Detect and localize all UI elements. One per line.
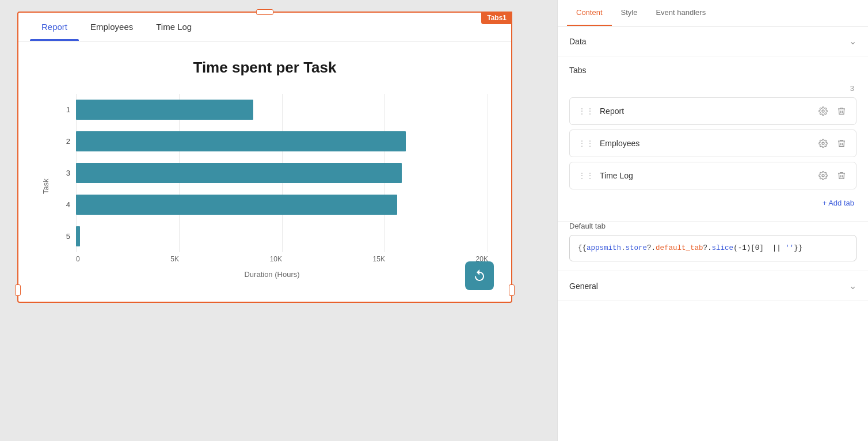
delete-icon-employees[interactable] (835, 137, 848, 150)
settings-icon-employees[interactable] (817, 137, 829, 150)
bar-label-4: 4 (56, 200, 70, 209)
tab-list-item-employees: ⋮⋮ Employees (569, 130, 856, 157)
panel-tab-style[interactable]: Style (612, 0, 647, 26)
tabs-config-section: Tabs 3 ⋮⋮ Report (558, 56, 868, 222)
data-section-header[interactable]: Data ⌄ (558, 26, 868, 56)
tab-list-name-report: Report (600, 107, 817, 116)
code-open-brace: {{ (578, 244, 587, 252)
y-axis-label: Task (41, 94, 50, 279)
default-tab-code-input[interactable]: {{appsmith.store?.default_tab?.slice(-1)… (569, 235, 856, 261)
bar-track-3 (76, 163, 488, 183)
default-tab-content: Default tab {{appsmith.store?.default_ta… (558, 222, 868, 271)
bar-row-1: 1 (56, 94, 488, 126)
bar-label-3: 3 (56, 169, 70, 177)
tabs-widget[interactable]: Tabs1 Report Employees Time Log Time spe… (17, 12, 512, 303)
code-optional2: ?. (703, 244, 712, 252)
code-dot1: . (621, 244, 626, 252)
default-tab-section: Default tab {{appsmith.store?.default_ta… (558, 222, 868, 271)
bar-fill-4 (76, 195, 397, 215)
canvas-area: Tabs1 Report Employees Time Log Time spe… (0, 0, 557, 441)
panel-tab-content[interactable]: Content (567, 0, 612, 26)
delete-icon-timelog[interactable] (835, 169, 848, 182)
tab-timelog[interactable]: Time Log (144, 13, 203, 41)
panel-tab-events[interactable]: Event handlers (646, 0, 715, 26)
drag-handle-report[interactable]: ⋮⋮ (578, 107, 594, 116)
tabs-config-header: Tabs (558, 56, 868, 84)
data-section-chevron: ⌄ (849, 36, 856, 47)
tab-report[interactable]: Report (30, 13, 79, 41)
svg-point-0 (822, 110, 824, 112)
reset-button[interactable] (465, 261, 494, 290)
bar-fill-1 (76, 100, 253, 120)
code-appsmith: appsmith (587, 244, 621, 252)
bar-fill-5 (76, 226, 80, 246)
drag-handle-timelog[interactable]: ⋮⋮ (578, 171, 594, 180)
chart-content: 1 2 3 (56, 94, 488, 279)
tab-employees[interactable]: Employees (79, 13, 144, 41)
tabs-count: 3 (569, 84, 856, 93)
data-section-title: Data (569, 37, 587, 46)
bar-track-1 (76, 100, 488, 120)
tabs-section-content: 3 ⋮⋮ Report (558, 84, 868, 221)
bar-label-2: 2 (56, 137, 70, 146)
svg-point-1 (822, 142, 824, 145)
settings-icon-timelog[interactable] (817, 169, 829, 182)
chart-title: Time spent per Task (41, 59, 488, 77)
tab-list-actions-report (817, 105, 848, 117)
bar-track-2 (76, 131, 488, 151)
bar-row-5: 5 (56, 221, 488, 252)
widget-label: Tabs1 (481, 12, 512, 24)
bar-label-5: 5 (56, 232, 70, 241)
chart-area: Time spent per Task Task (18, 41, 511, 302)
bar-track-5 (76, 226, 488, 246)
tab-list-item-timelog: ⋮⋮ Time Log (569, 162, 856, 189)
x-axis-title: Duration (Hours) (56, 270, 488, 279)
svg-point-2 (822, 174, 824, 177)
code-close-brace: }} (794, 244, 802, 252)
tab-list-actions-employees (817, 137, 848, 150)
settings-icon-report[interactable] (817, 105, 829, 117)
general-section: General ⌄ (558, 271, 868, 301)
code-optional1: ?. (647, 244, 656, 252)
general-chevron: ⌄ (849, 280, 856, 291)
resize-handle-left[interactable] (15, 284, 21, 296)
delete-icon-report[interactable] (835, 105, 848, 117)
x-tick-10k: 10K (270, 255, 282, 263)
code-empty-str: '' (785, 244, 794, 252)
code-default-tab: default_tab (656, 244, 703, 252)
resize-handle-top[interactable] (256, 9, 273, 15)
bar-fill-3 (76, 163, 402, 183)
x-axis: 0 5K 10K 15K 20K (76, 255, 488, 263)
tab-list-item-report: ⋮⋮ Report (569, 97, 856, 125)
bar-track-4 (76, 195, 488, 215)
bar-row-3: 3 (56, 157, 488, 189)
code-paren: (-1)[0] || (733, 244, 785, 252)
bar-label-1: 1 (56, 105, 70, 114)
chart-wrapper: Task 1 (41, 94, 488, 279)
tab-navigation: Report Employees Time Log (18, 13, 511, 41)
code-store: store (626, 244, 648, 252)
x-tick-5k: 5K (170, 255, 179, 263)
bars-container: 1 2 3 (56, 94, 488, 252)
default-tab-label: Default tab (569, 222, 856, 230)
tabs-config-title: Tabs (569, 66, 587, 75)
panel-top-tabs: Content Style Event handlers (558, 0, 868, 26)
x-tick-0: 0 (76, 255, 80, 263)
tab-list-name-timelog: Time Log (600, 171, 817, 180)
tab-list-actions-timelog (817, 169, 848, 182)
drag-handle-employees[interactable]: ⋮⋮ (578, 139, 594, 148)
code-slice: slice (712, 244, 734, 252)
bar-row-2: 2 (56, 126, 488, 157)
add-tab-button[interactable]: + Add tab (569, 194, 856, 212)
right-panel: Content Style Event handlers Data ⌄ Tabs… (557, 0, 868, 441)
resize-handle-right[interactable] (509, 284, 515, 296)
x-tick-15k: 15K (373, 255, 385, 263)
general-section-title: General (569, 282, 598, 291)
bar-fill-2 (76, 131, 406, 151)
general-section-header[interactable]: General ⌄ (558, 271, 868, 301)
data-section: Data ⌄ (558, 26, 868, 56)
add-tab-label: + Add tab (823, 199, 854, 207)
tab-list-name-employees: Employees (600, 139, 817, 148)
bar-row-4: 4 (56, 189, 488, 221)
reset-icon (473, 269, 486, 283)
